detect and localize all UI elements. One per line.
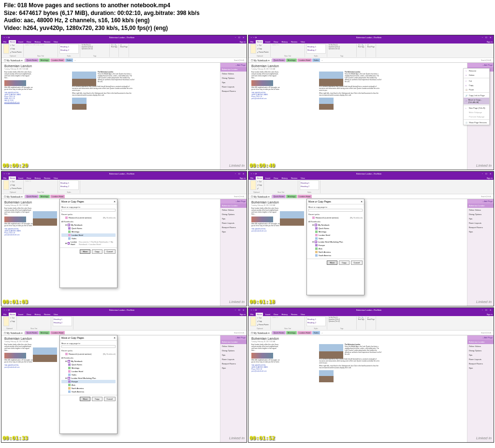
maximize-icon[interactable]: ☐ (238, 36, 241, 39)
size-label: Size: (4, 10, 17, 16)
cut-button[interactable]: ✂ Cut (10, 44, 22, 47)
tree-section[interactable]: Quick Notes (308, 227, 363, 230)
add-page-button[interactable]: + Add Page (220, 63, 247, 67)
close-icon[interactable]: ✕ (242, 36, 245, 39)
window-title: Bohemian Landon - OneNote (10, 36, 234, 39)
minimize-icon[interactable]: − (234, 36, 237, 39)
cm-delete[interactable]: ✕Delete (464, 73, 489, 77)
cm-paste[interactable]: 📋Paste (464, 87, 489, 92)
page-panel: + Add Page Bohemian Landon Online Videos… (220, 63, 247, 170)
page-title[interactable]: Bohemian Landon (4, 64, 217, 68)
sky-image (72, 72, 96, 86)
qa-icons[interactable]: ← → ⟳ (3, 36, 10, 39)
tree-notebook[interactable]: ⊟My Notebook (308, 223, 363, 227)
move-button[interactable]: Move (80, 397, 90, 401)
tree-notebook[interactable]: ⊟My Notebook (61, 223, 116, 227)
cancel-button[interactable]: Cancel (104, 249, 116, 254)
recent-item[interactable]: Research (current section) (My Notebook) (61, 216, 116, 219)
page-item[interactable]: Banquet Rooms (220, 89, 247, 93)
thumb-6: ← → ⟳Bohemian Landon - OneNote−☐✕ FileHo… (248, 307, 494, 443)
thumb-4: ← → ⟳Bohemian Landon - OneNote−☐✕ FileHo… (248, 171, 494, 306)
thumb-1: ← → ⟳ Bohemian Landon - OneNote −☐✕ File… (1, 35, 247, 170)
copy-button[interactable]: Copy (339, 260, 349, 265)
styles-group-label: Styles (59, 55, 79, 57)
dialog-search-input[interactable] (61, 209, 116, 212)
cm-subpage[interactable]: Make Subpage (464, 110, 489, 115)
dialog-close-icon[interactable]: ✕ (361, 200, 363, 203)
page-date: Tuesday, February 28, 2017 8:16 AM (4, 68, 217, 70)
cancel-button[interactable]: Cancel (104, 397, 116, 401)
cm-copy-link[interactable]: 🔗Copy Link to Page (464, 93, 489, 98)
cm-new-page[interactable]: +New Page (Ctrl+N) (464, 106, 489, 110)
tree-notebook[interactable]: ⊟Landon Hotel Marketing Plan (308, 240, 363, 244)
move-button[interactable]: Move (327, 260, 337, 265)
insert-tab[interactable]: Insert (17, 40, 24, 43)
page-item[interactable]: Room Layouts (220, 85, 247, 89)
section-sales[interactable]: Sales (65, 58, 73, 62)
add-section-button[interactable]: + (73, 59, 77, 61)
question-tag[interactable]: Question (Ctrl+3) (82, 48, 108, 50)
view-tab[interactable]: View (53, 40, 59, 43)
page-item[interactable]: Online Videos (220, 72, 247, 76)
tree-notebook[interactable]: ⊞Landon HotelDocuments » OneNote Noteboo… (61, 240, 116, 246)
tree-section[interactable]: Meetings (61, 230, 116, 233)
copy-button[interactable]: Copy (92, 397, 102, 401)
format-painter-button[interactable]: 🖌 Format Painter (10, 51, 22, 54)
email-page-button[interactable]: ✉Email Page (120, 44, 128, 48)
building-image (72, 98, 87, 110)
tree-section-europe[interactable]: Europe (61, 380, 116, 383)
move-copy-dialog: Move or Copy Pages✕ Move or copy page to… (59, 199, 117, 288)
tree-section[interactable]: Landon Hotel (308, 233, 363, 237)
tree-section[interactable]: Asia (308, 247, 363, 250)
tree-section[interactable]: Meetings (308, 230, 363, 233)
section-landon-hotel[interactable]: Landon Hotel (50, 58, 65, 62)
find-tags-button[interactable]: ☐✓ 🔍Find Tags (111, 44, 117, 48)
notebook-dropdown[interactable]: ☐ My Notebook ▾ (2, 59, 25, 62)
cm-promote[interactable]: Promote Subpage (464, 115, 489, 119)
cm-copy[interactable]: ⎘Copy (464, 83, 489, 87)
ribbon: ✂ Cut ⎘ Copy 🖌 Format Painter Clipboard … (1, 43, 247, 58)
cm-versions[interactable]: 🕐Show Page Versions (464, 120, 489, 125)
tree-section[interactable]: Landon Hotel (61, 233, 116, 237)
cancel-button[interactable]: Cancel (351, 260, 363, 265)
tags-group-label: Tags (82, 55, 108, 57)
notebook-bar: ☐ My Notebook ▾ Quick Notes Meetings Lan… (1, 58, 247, 63)
move-button[interactable]: Move (80, 249, 90, 254)
styles-gallery[interactable]: Heading 1 Heading 2 (59, 44, 79, 54)
tree-section[interactable]: North America (308, 250, 363, 254)
page-item[interactable]: Bohemian Landon (220, 67, 247, 72)
copy-button[interactable]: Copy (92, 249, 102, 254)
timecode: 00:01:18 (249, 299, 275, 305)
sign-in-link[interactable]: Sign in (240, 41, 246, 43)
page-canvas[interactable]: Bohemian Landon Tuesday, February 28, 20… (1, 63, 220, 170)
section-quick-notes[interactable]: Quick Notes (25, 58, 39, 62)
timecode: 00:01:03 (2, 299, 28, 305)
cm-rename[interactable]: ✎Rename (464, 69, 489, 73)
thumb-2: ← → ⟳Bohemian Landon - OneNote−☐✕ FileHo… (248, 35, 494, 170)
section-meetings[interactable]: Meetings (39, 58, 50, 62)
page-item[interactable]: Dining Options (220, 76, 247, 80)
history-tab[interactable]: History (33, 40, 41, 43)
draw-tab[interactable]: Draw (26, 40, 32, 43)
file-tab[interactable]: File (2, 40, 7, 43)
dialog-search-input[interactable] (308, 209, 363, 212)
video-label: Video: (4, 25, 21, 31)
review-tab[interactable]: Review (43, 40, 51, 43)
page-item[interactable]: Spa (220, 80, 247, 85)
para-1: East London hotels reflect the color, fl… (4, 72, 33, 79)
tree-section[interactable]: Sales (308, 237, 363, 240)
tree-section[interactable]: Europe (308, 244, 363, 247)
tree-section[interactable]: Quick Notes (61, 227, 116, 230)
right-para-2: It's a common experience that a tourist … (72, 86, 135, 92)
dialog-close-icon[interactable]: ✕ (114, 200, 116, 203)
right-para-3: When night falls, travel back to the Und… (72, 93, 135, 97)
tree-section[interactable]: South America (308, 254, 363, 257)
cm-cut[interactable]: ✂Cut (464, 79, 489, 83)
paste-button[interactable] (3, 44, 9, 54)
home-tab[interactable]: Home (9, 40, 16, 43)
timecode: 00:00:20 (2, 162, 28, 169)
search-input[interactable]: Search (Ctrl+E) (233, 59, 246, 61)
copy-button[interactable]: ⎘ Copy (10, 47, 22, 50)
cm-move-copy[interactable]: ↗Move or Copy... (Ctrl+Alt+M) (464, 98, 489, 104)
tree-section[interactable]: Sales (61, 237, 116, 240)
